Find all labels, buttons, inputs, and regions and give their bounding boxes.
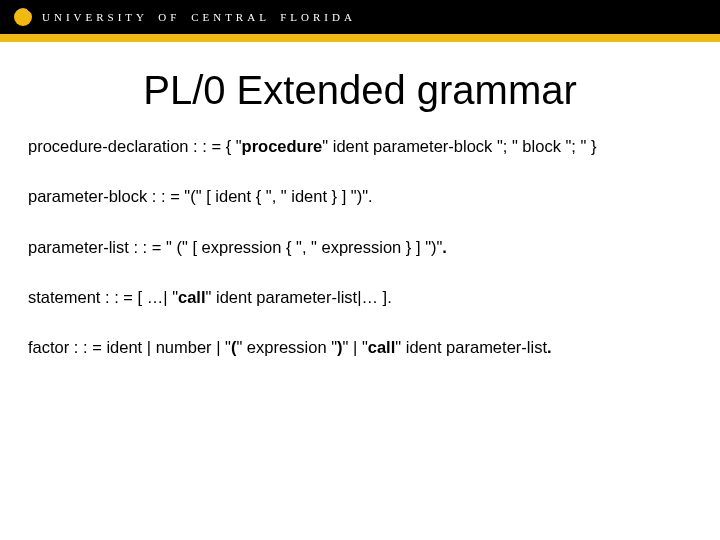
rule-text: " | " (343, 338, 368, 356)
accent-bar (0, 34, 720, 42)
rule-text: factor : : = ident | number | " (28, 338, 231, 356)
university-name: UNIVERSITY OF CENTRAL FLORIDA (42, 11, 356, 23)
rule-factor: factor : : = ident | number | "(" expres… (28, 336, 692, 358)
keyword-call: call (178, 288, 206, 306)
rule-parameter-list: parameter-list : : = " (" [ expression {… (28, 236, 692, 258)
rule-text: " ident parameter-list (395, 338, 547, 356)
keyword-call: call (368, 338, 396, 356)
ucf-logo-icon (14, 8, 32, 26)
keyword-procedure: procedure (242, 137, 323, 155)
rule-text: " ident parameter-list|… ]. (206, 288, 392, 306)
rule-text: " expression " (236, 338, 337, 356)
rule-text: parameter-block : : = "(" [ ident { ", "… (28, 187, 373, 205)
page-title: PL/0 Extended grammar (0, 68, 720, 113)
rule-terminator: . (442, 238, 447, 256)
rule-terminator: . (547, 338, 552, 356)
header-bar: UNIVERSITY OF CENTRAL FLORIDA (0, 0, 720, 34)
rule-procedure-declaration: procedure-declaration : : = { "procedure… (28, 135, 692, 157)
rule-statement: statement : : = [ …| "call" ident parame… (28, 286, 692, 308)
rule-text: " ident parameter-block "; " block "; " … (322, 137, 596, 155)
rule-text: procedure-declaration : : = { " (28, 137, 242, 155)
rule-parameter-block: parameter-block : : = "(" [ ident { ", "… (28, 185, 692, 207)
rule-text: parameter-list : : = " (" [ expression {… (28, 238, 442, 256)
rule-text: statement : : = [ …| " (28, 288, 178, 306)
grammar-content: procedure-declaration : : = { "procedure… (0, 135, 720, 358)
